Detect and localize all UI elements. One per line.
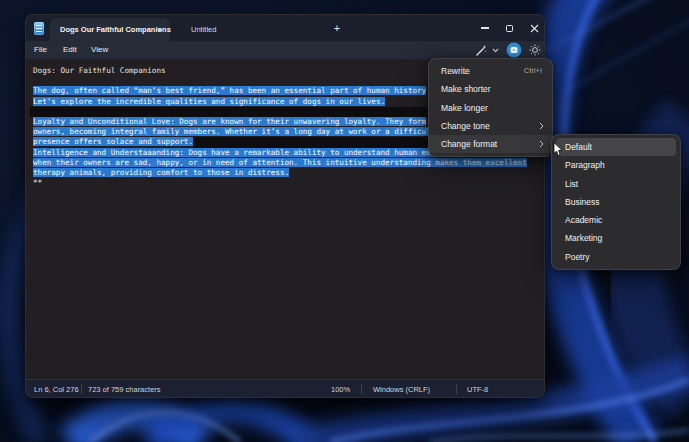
notepad-app-icon [34,22,44,35]
submenu-item-business[interactable]: Business [556,193,676,211]
unsaved-indicator-icon [158,28,162,32]
menu-item-make-longer[interactable]: Make longer [429,99,552,117]
divider [456,384,457,394]
minimize-button[interactable] [473,15,497,41]
shortcut-label: Ctrl+I [524,62,542,80]
account-avatar-icon [506,42,522,58]
submenu-item-paragraph[interactable]: Paragraph [556,156,676,174]
line-endings[interactable]: Windows (CRLF) [373,385,430,394]
close-icon [530,24,539,33]
desktop: Dogs Our Faithful Companions Untitled + [0,0,689,442]
menu-edit[interactable]: Edit [58,43,82,57]
menu-item-make-shorter[interactable]: Make shorter [429,80,552,98]
editor-line[interactable]: when their owners are sad, happy, or in … [33,158,535,168]
chevron-right-icon [539,140,544,148]
encoding[interactable]: UTF-8 [467,385,488,394]
menu-bar: File Edit View [26,41,544,59]
editor-line[interactable]: therapy animals, providing comfort to th… [33,168,535,178]
rewrite-dropdown-button[interactable] [489,43,501,57]
new-tab-button[interactable]: + [326,18,348,40]
submenu-item-academic[interactable]: Academic [556,211,676,229]
character-count: 723 of 759 characters [88,385,161,394]
menu-item-rewrite[interactable]: Rewrite Ctrl+I [429,62,552,80]
menu-file[interactable]: File [29,43,52,57]
status-bar: Ln 6, Col 276 723 of 759 characters 100%… [26,379,544,397]
cursor-position: Ln 6, Col 276 [34,385,79,394]
rewrite-button[interactable] [472,43,488,57]
plus-icon: + [334,22,340,34]
zoom-level[interactable]: 100% [331,385,350,394]
gear-icon [529,44,541,56]
close-button[interactable] [521,15,545,41]
minimize-icon [481,27,489,28]
menu-view[interactable]: View [86,43,113,57]
chevron-right-icon [539,122,544,130]
tab-dogs-our-faithful-companions[interactable]: Dogs Our Faithful Companions [50,18,170,41]
rewrite-menu: Rewrite Ctrl+I Make shorter Make longer … [428,58,553,157]
mouse-cursor-icon [553,142,564,157]
editor-text: Dogs: Our Faithful Companions [33,66,166,75]
tab-label: Untitled [191,25,216,34]
magic-pen-icon [474,44,487,57]
selected-text: Loyalty and Unconditional Love: Dogs are… [33,117,426,126]
selected-text: The dog, often called “man’s best friend… [33,86,426,95]
submenu-item-poetry[interactable]: Poetry [556,248,676,266]
tab-untitled[interactable]: Untitled [176,18,296,41]
maximize-button[interactable] [497,15,521,41]
selected-text: when their owners are sad, happy, or in … [33,158,527,167]
editor-text: ** [33,178,42,187]
submenu-item-marketing[interactable]: Marketing [556,229,676,247]
selected-text: therapy animals, providing comfort to th… [33,168,289,177]
change-format-submenu: Default Paragraph List Business Academic… [551,134,681,270]
chevron-down-icon [492,48,499,53]
divider [81,384,82,394]
settings-button[interactable] [527,43,543,57]
tab-label: Dogs Our Faithful Companions [60,25,171,34]
selected-text: Let’s explore the incredible qualities a… [33,97,385,106]
menu-item-change-tone[interactable]: Change tone [429,117,552,135]
submenu-item-default[interactable]: Default [556,138,676,156]
editor-line[interactable]: ** [33,178,535,188]
account-button[interactable] [505,43,522,57]
tab-bar: Dogs Our Faithful Companions Untitled + [26,15,544,41]
selected-text: owners, becoming integral family members… [33,127,435,136]
divider [361,384,362,394]
menu-item-change-format[interactable]: Change format [429,135,552,153]
maximize-icon [506,25,513,32]
submenu-item-list[interactable]: List [556,175,676,193]
selected-text: presence offers solace and support. [33,137,193,146]
